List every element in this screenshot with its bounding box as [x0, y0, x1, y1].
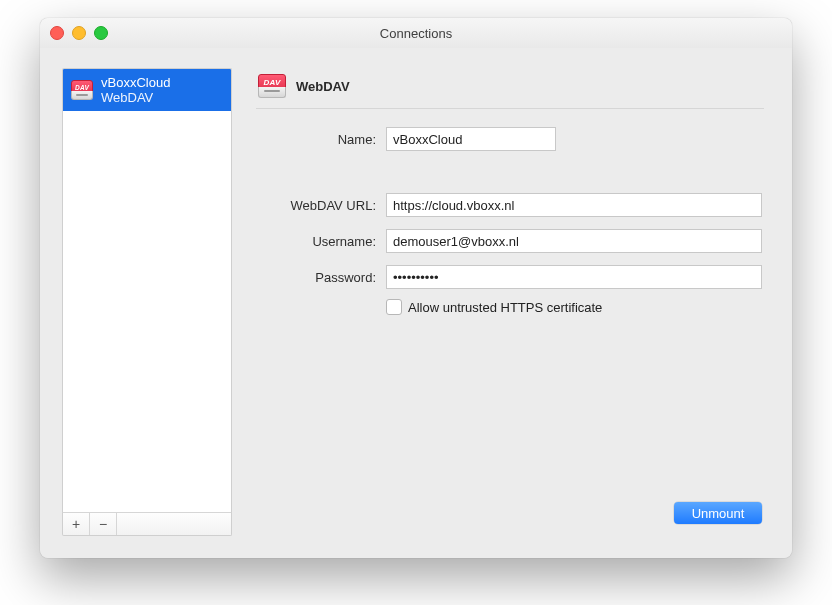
connection-row[interactable]: DAV vBoxxCloud WebDAV: [63, 69, 231, 111]
connection-title: vBoxxCloud: [101, 75, 170, 90]
remove-connection-button[interactable]: −: [90, 513, 117, 535]
connections-window: Connections DAV vBoxxCloud WebDAV + −: [40, 18, 792, 558]
webdav-url-field[interactable]: [386, 193, 762, 217]
row-username: Username:: [260, 229, 762, 253]
connection-row-text: vBoxxCloud WebDAV: [101, 75, 170, 105]
window-controls: [50, 26, 108, 40]
panel-footer: Unmount: [256, 317, 764, 530]
drive-icon-label: DAV: [263, 78, 280, 87]
window-body: DAV vBoxxCloud WebDAV + − DAV: [40, 48, 792, 558]
label-url: WebDAV URL:: [260, 198, 376, 213]
divider: [256, 108, 764, 109]
connections-sidebar: DAV vBoxxCloud WebDAV + −: [62, 68, 232, 536]
window-title: Connections: [40, 26, 792, 41]
webdav-drive-icon: DAV: [71, 80, 93, 100]
label-password: Password:: [260, 270, 376, 285]
username-field[interactable]: [386, 229, 762, 253]
name-field[interactable]: [386, 127, 556, 151]
label-name: Name:: [260, 132, 376, 147]
panel-title: WebDAV: [296, 79, 350, 94]
titlebar[interactable]: Connections: [40, 18, 792, 49]
zoom-icon[interactable]: [94, 26, 108, 40]
row-url: WebDAV URL:: [260, 193, 762, 217]
panel-header: DAV WebDAV: [256, 72, 764, 108]
settings-form: Name: WebDAV URL: Username: Password:: [256, 127, 764, 317]
row-allow-untrusted: Allow untrusted HTTPS certificate: [386, 299, 762, 315]
row-name: Name:: [260, 127, 762, 151]
minimize-icon[interactable]: [72, 26, 86, 40]
label-allow-untrusted: Allow untrusted HTTPS certificate: [408, 300, 602, 315]
unmount-button[interactable]: Unmount: [674, 502, 762, 524]
drive-icon-label: DAV: [75, 84, 89, 91]
close-icon[interactable]: [50, 26, 64, 40]
webdav-drive-icon: DAV: [258, 74, 286, 98]
add-connection-button[interactable]: +: [63, 513, 90, 535]
password-field[interactable]: [386, 265, 762, 289]
detail-panel: DAV WebDAV Name: WebDAV URL: Username:: [250, 68, 770, 536]
row-password: Password:: [260, 265, 762, 289]
connection-subtitle: WebDAV: [101, 90, 170, 105]
label-username: Username:: [260, 234, 376, 249]
allow-untrusted-checkbox[interactable]: [386, 299, 402, 315]
sidebar-toolbar: + −: [62, 512, 232, 536]
connections-list[interactable]: DAV vBoxxCloud WebDAV: [62, 68, 232, 512]
